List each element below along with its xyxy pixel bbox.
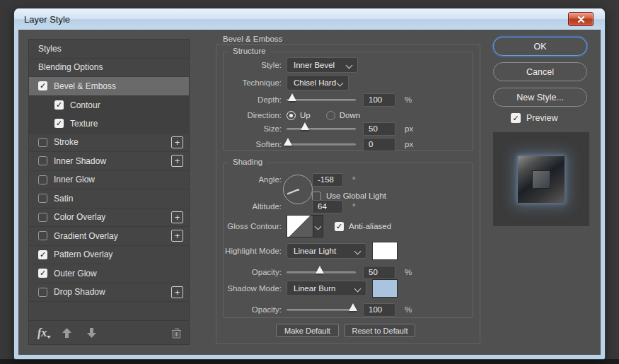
preview-thumbnail: [493, 132, 589, 226]
screen-background: Layer Style Styles Blending Options Beve…: [0, 0, 619, 364]
styles-list: Styles Blending Options Bevel & Emboss C…: [28, 39, 190, 345]
chevron-down-icon: [315, 223, 322, 230]
shadow-mode-row: Shadow Mode: Linear Burn: [222, 281, 398, 296]
altitude-unit: °: [352, 202, 356, 211]
sidebar-item-label: Pattern Overlay: [54, 249, 112, 259]
make-default-button[interactable]: Make Default: [276, 324, 339, 337]
slider-thumb[interactable]: [288, 93, 296, 101]
checkbox-unchecked-icon[interactable]: [38, 156, 47, 165]
shadow-opacity-slider[interactable]: [287, 305, 356, 315]
depth-row: Depth: 100 %: [222, 92, 412, 107]
slider-thumb[interactable]: [284, 138, 292, 146]
checkbox-unchecked-icon[interactable]: [38, 231, 47, 240]
sidebar-item-contour[interactable]: Contour: [29, 96, 189, 115]
add-effect-icon[interactable]: [171, 136, 183, 148]
sidebar-item-gradient-overlay[interactable]: Gradient Overlay: [29, 227, 189, 246]
size-input[interactable]: 50: [363, 122, 395, 136]
soften-value: 0: [369, 140, 373, 148]
cancel-button[interactable]: Cancel: [493, 62, 587, 81]
add-effect-icon[interactable]: [171, 211, 183, 223]
titlebar[interactable]: Layer Style: [14, 8, 605, 30]
depth-input[interactable]: 100: [363, 93, 395, 107]
add-effect-icon[interactable]: [171, 230, 183, 242]
structure-legend: Structure: [229, 47, 270, 55]
sidebar-item-pattern-overlay[interactable]: Pattern Overlay: [29, 246, 189, 265]
sidebar-item-bevel-emboss[interactable]: Bevel & Emboss: [29, 77, 189, 96]
checkbox-checked-icon[interactable]: [38, 250, 47, 259]
shadow-opacity-input[interactable]: 100: [363, 303, 395, 317]
altitude-input[interactable]: 64: [312, 200, 343, 213]
sidebar-item-texture[interactable]: Texture: [29, 115, 189, 134]
sidebar-item-label: Bevel & Emboss: [54, 81, 116, 91]
highlight-opacity-slider[interactable]: [287, 267, 356, 277]
highlight-mode-dropdown[interactable]: Linear Light: [287, 243, 366, 259]
soften-row: Soften: 0 px: [222, 136, 413, 152]
checkbox-unchecked-icon[interactable]: [38, 213, 47, 222]
depth-slider[interactable]: [287, 95, 356, 105]
new-style-button[interactable]: New Style...: [493, 88, 587, 107]
move-effect-down-button[interactable]: [87, 328, 96, 338]
checkbox-unchecked-icon[interactable]: [38, 288, 47, 297]
sidebar-item-label: Texture: [70, 119, 98, 129]
delete-effect-button[interactable]: [171, 327, 182, 339]
add-effect-icon[interactable]: [171, 286, 183, 298]
shadow-color-swatch[interactable]: [372, 279, 398, 298]
sidebar-item-inner-shadow[interactable]: Inner Shadow: [29, 152, 189, 171]
checkbox-checked-icon[interactable]: [54, 100, 64, 110]
technique-dropdown[interactable]: Chisel Hard: [287, 75, 349, 90]
direction-up-label: Up: [300, 111, 311, 119]
slider-thumb[interactable]: [316, 266, 324, 274]
sidebar-footer: fx: [29, 320, 189, 344]
preview-checkbox[interactable]: [511, 113, 521, 123]
close-button[interactable]: [568, 12, 594, 26]
highlight-color-swatch[interactable]: [372, 242, 398, 260]
fx-menu-button[interactable]: fx: [37, 327, 47, 339]
sidebar-item-label: Drop Shadow: [54, 287, 105, 297]
reset-to-default-button[interactable]: Reset to Default: [345, 324, 415, 337]
add-effect-icon[interactable]: [171, 155, 183, 167]
soften-label: Soften:: [222, 140, 282, 148]
sidebar-item-blending-options[interactable]: Blending Options: [29, 59, 189, 78]
sidebar-item-label: Inner Glow: [54, 175, 95, 184]
sidebar-item-styles[interactable]: Styles: [29, 40, 189, 59]
checkbox-unchecked-icon[interactable]: [38, 138, 47, 147]
preview-row: Preview: [511, 113, 557, 123]
anti-aliased-checkbox[interactable]: [335, 222, 344, 231]
checkbox-unchecked-icon[interactable]: [38, 194, 47, 203]
slider-thumb[interactable]: [301, 122, 309, 130]
slider-thumb[interactable]: [349, 303, 357, 311]
checkbox-unchecked-icon[interactable]: [38, 175, 47, 184]
sidebar-item-satin[interactable]: Satin: [29, 189, 189, 209]
soften-input[interactable]: 0: [363, 138, 395, 151]
anti-aliased-label: Anti-aliased: [349, 222, 391, 230]
highlight-opacity-value: 50: [369, 268, 378, 276]
style-label: Style:: [222, 61, 282, 69]
checkbox-checked-icon[interactable]: [54, 119, 64, 128]
move-effect-up-button[interactable]: [62, 328, 71, 338]
checkbox-checked-icon[interactable]: [38, 269, 47, 278]
shadow-mode-value: Linear Burn: [294, 284, 335, 293]
direction-down-radio[interactable]: [326, 111, 335, 120]
sidebar-item-label: Color Overlay: [54, 212, 105, 222]
preview-bevel-art: [518, 156, 565, 203]
sidebar-item-inner-glow[interactable]: Inner Glow: [29, 171, 189, 190]
angle-label: Angle:: [222, 175, 282, 184]
direction-up-radio[interactable]: [287, 111, 296, 120]
style-dropdown[interactable]: Inner Bevel: [287, 57, 358, 73]
sidebar-item-label: Contour: [70, 100, 100, 110]
sidebar-item-color-overlay[interactable]: Color Overlay: [29, 209, 189, 228]
sidebar-item-drop-shadow[interactable]: Drop Shadow: [29, 283, 189, 303]
slider-track: [287, 143, 356, 146]
sidebar-item-outer-glow[interactable]: Outer Glow: [29, 264, 189, 283]
shadow-mode-dropdown[interactable]: Linear Burn: [287, 281, 366, 296]
size-slider[interactable]: [287, 124, 356, 134]
ok-button[interactable]: OK: [493, 37, 587, 56]
size-label: Size:: [222, 124, 282, 133]
gloss-contour-thumbnail[interactable]: [287, 215, 313, 237]
soften-slider[interactable]: [287, 139, 356, 149]
sidebar-item-stroke[interactable]: Stroke: [29, 134, 189, 153]
gloss-contour-dropdown[interactable]: [313, 215, 323, 237]
checkbox-checked-icon[interactable]: [38, 81, 47, 90]
angle-input[interactable]: -158: [312, 173, 343, 187]
highlight-opacity-input[interactable]: 50: [363, 266, 395, 279]
